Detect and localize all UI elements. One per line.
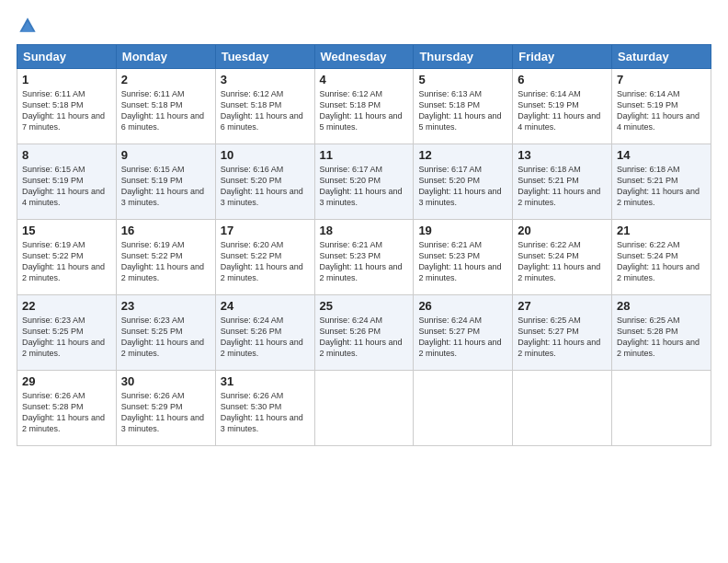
col-header-thursday: Thursday <box>414 45 513 69</box>
calendar-cell <box>513 371 612 446</box>
cell-text: Sunrise: 6:18 AMSunset: 5:21 PMDaylight:… <box>617 165 700 207</box>
calendar-cell: 11 Sunrise: 6:17 AMSunset: 5:20 PMDaylig… <box>314 144 414 220</box>
cell-text: Sunrise: 6:24 AMSunset: 5:26 PMDaylight:… <box>320 316 403 358</box>
cell-text: Sunrise: 6:22 AMSunset: 5:24 PMDaylight:… <box>617 240 700 282</box>
calendar-cell: 18 Sunrise: 6:21 AMSunset: 5:23 PMDaylig… <box>314 220 414 295</box>
day-number: 28 <box>617 299 706 313</box>
cell-text: Sunrise: 6:15 AMSunset: 5:19 PMDaylight:… <box>22 165 105 207</box>
cell-text: Sunrise: 6:23 AMSunset: 5:25 PMDaylight:… <box>22 316 105 358</box>
day-number: 8 <box>22 148 111 162</box>
day-number: 4 <box>320 73 409 86</box>
cell-text: Sunrise: 6:21 AMSunset: 5:23 PMDaylight:… <box>320 240 403 282</box>
cell-text: Sunrise: 6:23 AMSunset: 5:25 PMDaylight:… <box>121 316 204 358</box>
calendar-cell: 25 Sunrise: 6:24 AMSunset: 5:26 PMDaylig… <box>314 295 414 371</box>
cell-text: Sunrise: 6:14 AMSunset: 5:19 PMDaylight:… <box>518 89 600 132</box>
calendar-cell: 19 Sunrise: 6:21 AMSunset: 5:23 PMDaylig… <box>414 220 513 295</box>
day-number: 3 <box>221 73 310 86</box>
day-number: 22 <box>22 299 111 313</box>
calendar-cell: 15 Sunrise: 6:19 AMSunset: 5:22 PMDaylig… <box>17 220 117 295</box>
day-number: 1 <box>22 73 111 86</box>
cell-text: Sunrise: 6:20 AMSunset: 5:22 PMDaylight:… <box>221 240 303 282</box>
day-number: 21 <box>617 224 706 237</box>
calendar-cell: 12 Sunrise: 6:17 AMSunset: 5:20 PMDaylig… <box>414 144 513 220</box>
calendar-cell: 13 Sunrise: 6:18 AMSunset: 5:21 PMDaylig… <box>513 144 612 220</box>
calendar-cell: 31 Sunrise: 6:26 AMSunset: 5:30 PMDaylig… <box>215 371 314 446</box>
calendar-cell: 29 Sunrise: 6:26 AMSunset: 5:28 PMDaylig… <box>17 371 117 446</box>
day-number: 23 <box>121 299 210 313</box>
calendar-cell: 22 Sunrise: 6:23 AMSunset: 5:25 PMDaylig… <box>17 295 117 371</box>
calendar-cell <box>612 371 711 446</box>
calendar-cell: 26 Sunrise: 6:24 AMSunset: 5:27 PMDaylig… <box>414 295 513 371</box>
calendar-cell <box>314 371 414 446</box>
day-number: 5 <box>418 73 507 86</box>
calendar-cell: 2 Sunrise: 6:11 AMSunset: 5:18 PMDayligh… <box>116 69 215 144</box>
cell-text: Sunrise: 6:26 AMSunset: 5:29 PMDaylight:… <box>121 391 204 433</box>
col-header-sunday: Sunday <box>17 45 117 69</box>
calendar-cell: 6 Sunrise: 6:14 AMSunset: 5:19 PMDayligh… <box>513 69 612 144</box>
col-header-monday: Monday <box>116 45 215 69</box>
day-number: 24 <box>221 299 310 313</box>
cell-text: Sunrise: 6:17 AMSunset: 5:20 PMDaylight:… <box>320 165 403 207</box>
calendar-cell: 1 Sunrise: 6:11 AMSunset: 5:18 PMDayligh… <box>17 69 117 144</box>
calendar-cell: 10 Sunrise: 6:16 AMSunset: 5:20 PMDaylig… <box>215 144 314 220</box>
cell-text: Sunrise: 6:18 AMSunset: 5:21 PMDaylight:… <box>518 165 600 207</box>
logo <box>17 17 39 35</box>
day-number: 10 <box>221 148 310 162</box>
day-number: 14 <box>617 148 706 162</box>
calendar-table: SundayMondayTuesdayWednesdayThursdayFrid… <box>17 44 711 446</box>
cell-text: Sunrise: 6:14 AMSunset: 5:19 PMDaylight:… <box>617 89 700 132</box>
calendar-week-row: 8 Sunrise: 6:15 AMSunset: 5:19 PMDayligh… <box>17 144 711 220</box>
cell-text: Sunrise: 6:21 AMSunset: 5:23 PMDaylight:… <box>418 240 501 282</box>
calendar-week-row: 22 Sunrise: 6:23 AMSunset: 5:25 PMDaylig… <box>17 295 711 371</box>
cell-text: Sunrise: 6:26 AMSunset: 5:30 PMDaylight:… <box>221 391 303 433</box>
day-number: 30 <box>121 374 210 388</box>
page: SundayMondayTuesdayWednesdayThursdayFrid… <box>0 0 728 563</box>
day-number: 12 <box>418 148 507 162</box>
cell-text: Sunrise: 6:17 AMSunset: 5:20 PMDaylight:… <box>418 165 501 207</box>
calendar-cell: 24 Sunrise: 6:24 AMSunset: 5:26 PMDaylig… <box>215 295 314 371</box>
calendar-cell: 23 Sunrise: 6:23 AMSunset: 5:25 PMDaylig… <box>116 295 215 371</box>
cell-text: Sunrise: 6:24 AMSunset: 5:27 PMDaylight:… <box>418 316 501 358</box>
logo-icon <box>18 17 37 35</box>
calendar-cell: 20 Sunrise: 6:22 AMSunset: 5:24 PMDaylig… <box>513 220 612 295</box>
calendar-cell: 5 Sunrise: 6:13 AMSunset: 5:18 PMDayligh… <box>414 69 513 144</box>
day-number: 9 <box>121 148 210 162</box>
calendar-header-row: SundayMondayTuesdayWednesdayThursdayFrid… <box>17 45 711 69</box>
cell-text: Sunrise: 6:19 AMSunset: 5:22 PMDaylight:… <box>121 240 204 282</box>
calendar-cell: 3 Sunrise: 6:12 AMSunset: 5:18 PMDayligh… <box>215 69 314 144</box>
day-number: 25 <box>320 299 409 313</box>
day-number: 6 <box>518 73 607 86</box>
day-number: 7 <box>617 73 706 86</box>
calendar-cell: 16 Sunrise: 6:19 AMSunset: 5:22 PMDaylig… <box>116 220 215 295</box>
calendar-cell: 8 Sunrise: 6:15 AMSunset: 5:19 PMDayligh… <box>17 144 117 220</box>
col-header-tuesday: Tuesday <box>215 45 314 69</box>
cell-text: Sunrise: 6:12 AMSunset: 5:18 PMDaylight:… <box>320 89 403 132</box>
cell-text: Sunrise: 6:25 AMSunset: 5:27 PMDaylight:… <box>518 316 600 358</box>
day-number: 13 <box>518 148 607 162</box>
day-number: 27 <box>518 299 607 313</box>
calendar-week-row: 1 Sunrise: 6:11 AMSunset: 5:18 PMDayligh… <box>17 69 711 144</box>
calendar-cell: 14 Sunrise: 6:18 AMSunset: 5:21 PMDaylig… <box>612 144 711 220</box>
day-number: 2 <box>121 73 210 86</box>
cell-text: Sunrise: 6:24 AMSunset: 5:26 PMDaylight:… <box>221 316 303 358</box>
day-number: 11 <box>320 148 409 162</box>
cell-text: Sunrise: 6:26 AMSunset: 5:28 PMDaylight:… <box>22 391 105 433</box>
cell-text: Sunrise: 6:25 AMSunset: 5:28 PMDaylight:… <box>617 316 700 358</box>
cell-text: Sunrise: 6:19 AMSunset: 5:22 PMDaylight:… <box>22 240 105 282</box>
col-header-saturday: Saturday <box>612 45 711 69</box>
cell-text: Sunrise: 6:15 AMSunset: 5:19 PMDaylight:… <box>121 165 204 207</box>
cell-text: Sunrise: 6:12 AMSunset: 5:18 PMDaylight:… <box>221 89 303 132</box>
col-header-friday: Friday <box>513 45 612 69</box>
calendar-cell: 21 Sunrise: 6:22 AMSunset: 5:24 PMDaylig… <box>612 220 711 295</box>
calendar-week-row: 29 Sunrise: 6:26 AMSunset: 5:28 PMDaylig… <box>17 371 711 446</box>
day-number: 15 <box>22 224 111 237</box>
day-number: 31 <box>221 374 310 388</box>
calendar-cell: 30 Sunrise: 6:26 AMSunset: 5:29 PMDaylig… <box>116 371 215 446</box>
calendar-cell <box>414 371 513 446</box>
calendar-cell: 28 Sunrise: 6:25 AMSunset: 5:28 PMDaylig… <box>612 295 711 371</box>
calendar-week-row: 15 Sunrise: 6:19 AMSunset: 5:22 PMDaylig… <box>17 220 711 295</box>
calendar-cell: 17 Sunrise: 6:20 AMSunset: 5:22 PMDaylig… <box>215 220 314 295</box>
cell-text: Sunrise: 6:22 AMSunset: 5:24 PMDaylight:… <box>518 240 600 282</box>
cell-text: Sunrise: 6:11 AMSunset: 5:18 PMDaylight:… <box>121 89 204 132</box>
calendar-cell: 7 Sunrise: 6:14 AMSunset: 5:19 PMDayligh… <box>612 69 711 144</box>
